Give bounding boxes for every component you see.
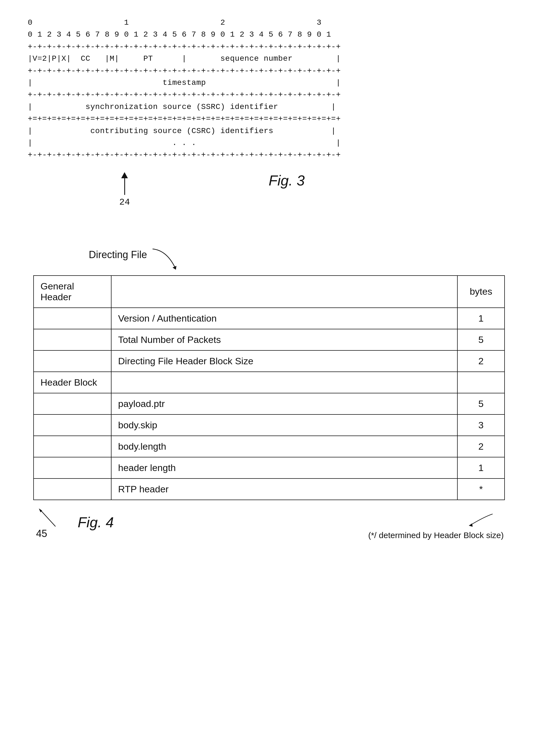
- table-cell-left-4: Header Block: [34, 372, 111, 393]
- table-cell-left-7: [34, 436, 111, 457]
- table-cell-left-1: [34, 308, 111, 329]
- fig4-section: Directing File General HeaderbytesVersio…: [33, 246, 520, 540]
- note-arrow: [448, 509, 504, 531]
- table-cell-mid-3: Directing File Header Block Size: [111, 351, 457, 372]
- table-cell-right-5: 5: [457, 393, 505, 414]
- fig4-note: (*/ determined by Header Block size): [368, 531, 504, 540]
- table-cell-left-5: [34, 393, 111, 414]
- svg-marker-3: [469, 523, 473, 527]
- table-cell-mid-6: body.skip: [111, 414, 457, 436]
- arrow-24: 24: [119, 172, 130, 208]
- table-cell-right-9: *: [457, 478, 505, 500]
- table-cell-left-2: [34, 329, 111, 351]
- table-cell-mid-7: body.length: [111, 436, 457, 457]
- table-cell-right-2: 5: [457, 329, 505, 351]
- table-cell-mid-4: [111, 372, 457, 393]
- table-cell-right-4: [457, 372, 505, 393]
- table-cell-right-3: 2: [457, 351, 505, 372]
- fig4-label: Fig. 4: [78, 514, 114, 531]
- svg-line-1: [40, 510, 56, 526]
- table-cell-mid-1: Version / Authentication: [111, 308, 457, 329]
- table-cell-right-0: bytes: [457, 276, 505, 308]
- fig3-section: 0 1 2 3 0 1 2 3 4 5 6 7 8 9 0 1 2 3 4 5 …: [28, 17, 520, 208]
- table-cell-right-7: 2: [457, 436, 505, 457]
- table-cell-mid-0: [111, 276, 457, 308]
- table-cell-mid-9: RTP header: [111, 478, 457, 500]
- table-cell-right-6: 3: [457, 414, 505, 436]
- table-cell-left-6: [34, 414, 111, 436]
- directing-file-table: General HeaderbytesVersion / Authenticat…: [33, 275, 505, 500]
- table-cell-mid-8: header length: [111, 457, 457, 478]
- table-cell-left-3: [34, 351, 111, 372]
- directing-file-label: Directing File: [89, 249, 147, 261]
- table-cell-right-8: 1: [457, 457, 505, 478]
- table-cell-mid-5: payload.ptr: [111, 393, 457, 414]
- table-cell-left-8: [34, 457, 111, 478]
- table-cell-mid-2: Total Number of Packets: [111, 329, 457, 351]
- label-24: 24: [119, 197, 130, 208]
- fig3-label: Fig. 3: [268, 172, 305, 189]
- directing-file-arrow: [150, 247, 186, 275]
- label-45: 45: [36, 528, 47, 540]
- table-cell-left-0: General Header: [34, 276, 111, 308]
- table-cell-left-9: [34, 478, 111, 500]
- arrow-45: [36, 506, 61, 528]
- table-cell-right-1: 1: [457, 308, 505, 329]
- rtp-diagram: 0 1 2 3 0 1 2 3 4 5 6 7 8 9 0 1 2 3 4 5 …: [28, 17, 520, 161]
